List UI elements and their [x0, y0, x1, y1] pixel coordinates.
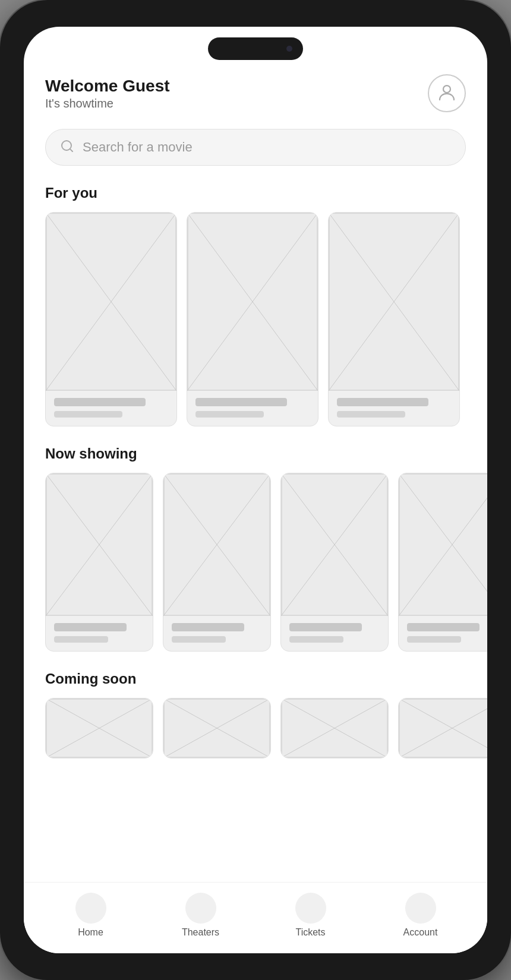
header: Welcome Guest It's showtime	[45, 74, 466, 112]
movie-poster-placeholder	[46, 698, 153, 758]
nav-label-home: Home	[78, 927, 103, 938]
movie-poster-placeholder	[399, 698, 487, 758]
svg-rect-27	[399, 473, 487, 616]
bottom-nav: Home Theaters Tickets Account	[24, 882, 487, 953]
movie-poster-placeholder	[329, 213, 459, 391]
bottom-spacer	[45, 777, 466, 789]
list-item[interactable]	[163, 473, 271, 652]
card-subtitle-bar	[195, 411, 264, 418]
list-item[interactable]	[280, 473, 389, 652]
search-bar[interactable]: Search for a movie	[45, 129, 466, 166]
welcome-subtitle: It's showtime	[45, 97, 170, 110]
list-item[interactable]	[398, 698, 487, 758]
nav-item-tickets[interactable]: Tickets	[284, 893, 337, 938]
svg-line-2	[70, 149, 72, 151]
section-now-showing: Now showing	[45, 445, 466, 652]
welcome-title: Welcome Guest	[45, 77, 170, 96]
search-placeholder: Search for a movie	[83, 140, 193, 155]
movie-poster-placeholder	[399, 473, 487, 616]
nav-item-theaters[interactable]: Theaters	[174, 893, 228, 938]
user-icon	[436, 82, 458, 105]
card-info	[187, 391, 318, 426]
movie-poster-placeholder	[46, 213, 176, 391]
svg-point-0	[443, 86, 450, 93]
movie-poster-placeholder	[281, 698, 388, 758]
section-for-you: For you	[45, 185, 466, 426]
svg-rect-43	[399, 698, 487, 758]
list-item[interactable]	[280, 698, 389, 758]
card-info	[281, 616, 388, 651]
tickets-icon	[295, 893, 326, 924]
nav-label-account: Account	[403, 927, 438, 938]
now-showing-title: Now showing	[45, 445, 466, 462]
camera-dot	[286, 46, 292, 52]
account-icon	[405, 893, 436, 924]
movie-poster-placeholder	[187, 213, 318, 391]
card-info	[163, 616, 270, 651]
dynamic-island	[208, 37, 303, 60]
home-icon	[75, 893, 106, 924]
nav-label-tickets: Tickets	[295, 927, 325, 938]
now-showing-card-row	[45, 473, 466, 652]
card-subtitle-bar	[54, 411, 122, 418]
list-item[interactable]	[398, 473, 487, 652]
card-subtitle-bar	[54, 636, 108, 643]
phone-screen: Welcome Guest It's showtime	[24, 27, 487, 953]
movie-poster-placeholder	[163, 473, 270, 616]
coming-soon-title: Coming soon	[45, 671, 466, 687]
card-subtitle-bar	[289, 636, 343, 643]
card-subtitle-bar	[407, 636, 461, 643]
card-title-bar	[195, 398, 287, 406]
list-item[interactable]	[45, 698, 153, 758]
card-subtitle-bar	[337, 411, 405, 418]
nav-item-home[interactable]: Home	[64, 893, 118, 938]
avatar-button[interactable]	[428, 74, 466, 112]
card-title-bar	[172, 623, 244, 631]
card-title-bar	[54, 398, 146, 406]
for-you-title: For you	[45, 185, 466, 201]
card-subtitle-bar	[172, 636, 226, 643]
theaters-icon	[185, 893, 216, 924]
card-title-bar	[407, 623, 480, 631]
card-title-bar	[337, 398, 428, 406]
movie-poster-placeholder	[46, 473, 153, 616]
card-info	[399, 616, 487, 651]
search-icon	[60, 139, 74, 156]
for-you-card-row	[45, 212, 466, 426]
list-item[interactable]	[45, 473, 153, 652]
nav-item-account[interactable]: Account	[394, 893, 447, 938]
header-text: Welcome Guest It's showtime	[45, 77, 170, 110]
list-item[interactable]	[187, 212, 318, 426]
card-info	[46, 616, 153, 651]
nav-label-theaters: Theaters	[182, 927, 219, 938]
card-title-bar	[289, 623, 362, 631]
movie-poster-placeholder	[281, 473, 388, 616]
list-item[interactable]	[328, 212, 460, 426]
list-item[interactable]	[163, 698, 271, 758]
phone-frame: Welcome Guest It's showtime	[0, 0, 511, 980]
card-info	[329, 391, 459, 426]
list-item[interactable]	[45, 212, 177, 426]
card-info	[46, 391, 176, 426]
movie-poster-placeholder	[163, 698, 270, 758]
card-title-bar	[54, 623, 127, 631]
section-coming-soon: Coming soon	[45, 671, 466, 758]
coming-soon-card-row	[45, 698, 466, 758]
screen-content: Welcome Guest It's showtime	[24, 27, 487, 882]
